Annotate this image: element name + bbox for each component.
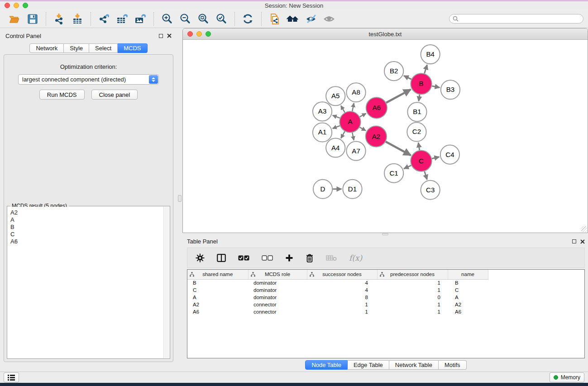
graph-node-A4[interactable]: A4 (326, 138, 345, 157)
splitter-grip-icon[interactable] (178, 195, 182, 202)
search-input[interactable] (460, 15, 580, 23)
close-panel-button[interactable]: Close panel (91, 90, 138, 100)
tab-node-table[interactable]: Node Table (305, 360, 348, 370)
table-row[interactable]: Cdominator41C (187, 286, 584, 294)
export-network-button[interactable] (97, 12, 111, 26)
float-panel-icon[interactable] (572, 239, 576, 243)
graph-edge-C-C1[interactable] (404, 166, 411, 169)
panel-splitter-vertical[interactable] (177, 28, 182, 372)
minimize-window-button[interactable] (14, 3, 19, 8)
zoom-window-button[interactable] (23, 3, 28, 8)
result-item[interactable]: A (10, 216, 167, 224)
column-header-name[interactable]: name (448, 270, 488, 279)
zoom-fit-button[interactable] (196, 12, 210, 26)
graph-node-A1[interactable]: A1 (313, 123, 332, 142)
import-network-button[interactable] (52, 12, 67, 26)
graph-node-A7[interactable]: A7 (346, 142, 365, 161)
close-panel-icon[interactable] (580, 239, 585, 244)
toggle-panel-columns-button[interactable] (217, 254, 226, 262)
delete-columns-button[interactable] (306, 253, 314, 262)
graph-edge-A-A8[interactable] (352, 103, 354, 111)
network-minimize-button[interactable] (196, 31, 202, 37)
graph-node-B[interactable]: B (411, 73, 431, 94)
graph-node-A8[interactable]: A8 (346, 83, 365, 102)
column-header-shared-name[interactable]: shared name (187, 270, 248, 279)
network-close-button[interactable] (187, 31, 193, 37)
graph-edge-A-A4[interactable] (341, 131, 345, 138)
graph-edge-C-C4[interactable] (432, 157, 439, 159)
graph-node-D1[interactable]: D1 (343, 180, 362, 199)
graph-edge-C-C2[interactable] (418, 143, 420, 150)
network-zoom-button[interactable] (206, 31, 211, 37)
graph-node-A5[interactable]: A5 (326, 86, 345, 105)
graph-node-B3[interactable]: B3 (441, 80, 460, 99)
graph-edge-A-A6[interactable] (360, 114, 366, 117)
tab-style[interactable]: Style (64, 43, 89, 53)
graph-edge-A6-B[interactable] (386, 90, 411, 103)
show-details-button[interactable] (322, 12, 336, 26)
table-row[interactable]: Adominator80A (187, 294, 584, 301)
result-item[interactable]: C (10, 231, 167, 238)
new-network-from-selection-button[interactable] (268, 12, 282, 26)
export-table-button[interactable] (115, 12, 129, 26)
graph-edge-B-B3[interactable] (432, 86, 440, 87)
tab-network-table[interactable]: Network Table (389, 360, 439, 370)
graph-node-C[interactable]: C (411, 151, 431, 172)
graph-node-A2[interactable]: A2 (366, 126, 387, 147)
graph-edge-A-A3[interactable] (333, 115, 340, 118)
result-item[interactable]: A6 (10, 238, 167, 245)
graph-node-C4[interactable]: C4 (440, 145, 459, 164)
graph-node-C2[interactable]: C2 (407, 122, 426, 141)
home-view-button[interactable] (286, 12, 300, 26)
column-header-successor-nodes[interactable]: successor nodes (307, 270, 377, 279)
resize-corner-icon[interactable] (581, 226, 587, 232)
panel-splitter-horizontal[interactable] (182, 233, 588, 235)
zoom-out-button[interactable] (178, 12, 192, 26)
graph-node-B1[interactable]: B1 (407, 102, 426, 121)
export-image-button[interactable] (133, 12, 148, 26)
graph-edge-A2-C[interactable] (386, 142, 411, 155)
result-scrollbar[interactable] (163, 207, 169, 358)
criterion-dropdown[interactable]: largest connected component (directed) (18, 74, 159, 85)
splitter-grip-icon[interactable] (382, 233, 388, 235)
apply-layout-button[interactable] (241, 12, 255, 26)
graph-edge-A-A2[interactable] (360, 127, 366, 131)
mcds-result-list[interactable]: A2ABCA6 (8, 207, 169, 358)
tab-mcds[interactable]: MCDS (118, 43, 147, 53)
network-canvas[interactable]: B4B2BB3B1A5A8A6A3AA1A2C2A4A7C4CC1C3DD1 (183, 40, 588, 233)
graph-edge-C-C3[interactable] (425, 172, 427, 180)
graph-node-B2[interactable]: B2 (384, 62, 403, 81)
graph-edge-B-B1[interactable] (419, 95, 420, 101)
column-header-MCDS-role[interactable]: MCDS role (248, 270, 307, 279)
graph-edge-A-A1[interactable] (333, 126, 340, 129)
close-window-button[interactable] (5, 3, 10, 8)
graph-node-A6[interactable]: A6 (366, 97, 387, 118)
tab-select[interactable]: Select (89, 43, 118, 53)
graph-node-C1[interactable]: C1 (384, 164, 403, 183)
table-row[interactable]: A2connector11A2 (187, 301, 584, 308)
graph-node-A[interactable]: A (339, 111, 360, 132)
hide-graphics-details-button[interactable] (304, 12, 318, 26)
save-session-button[interactable] (25, 12, 40, 26)
task-history-button[interactable] (4, 372, 19, 382)
tab-edge-table[interactable]: Edge Table (348, 360, 389, 370)
tab-network[interactable]: Network (29, 43, 64, 53)
graph-node-D[interactable]: D (313, 180, 332, 199)
unselect-all-columns-button[interactable] (262, 255, 273, 261)
table-row[interactable]: Bdominator41B (187, 279, 584, 286)
result-item[interactable]: A2 (10, 209, 167, 216)
import-table-button[interactable] (70, 12, 85, 26)
run-mcds-button[interactable]: Run MCDS (39, 90, 85, 100)
graph-edge-A-A5[interactable] (341, 105, 345, 112)
network-window-titlebar[interactable]: testGlobe.txt (183, 29, 588, 40)
column-header-predecessor-nodes[interactable]: predecessor nodes (377, 270, 448, 279)
open-file-button[interactable] (7, 12, 22, 26)
float-panel-icon[interactable] (159, 34, 163, 38)
table-row[interactable]: A6connector11A6 (187, 308, 584, 315)
graph-edge-A-A7[interactable] (352, 133, 354, 140)
graph-node-A3[interactable]: A3 (313, 102, 332, 121)
select-all-columns-button[interactable] (238, 255, 249, 261)
tab-motifs[interactable]: Motifs (439, 360, 467, 370)
graph-node-B4[interactable]: B4 (421, 45, 440, 64)
graph-edge-B-B2[interactable] (404, 76, 411, 79)
